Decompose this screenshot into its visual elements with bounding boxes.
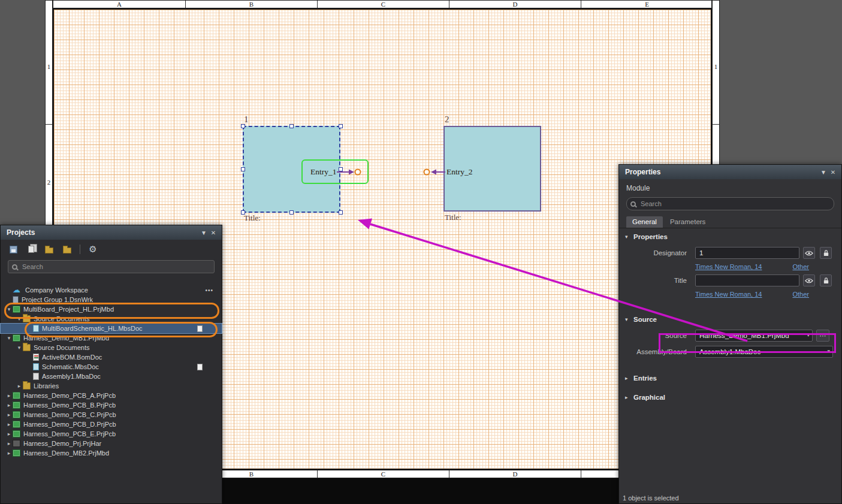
projects-panel-title: Projects <box>7 228 35 237</box>
assembly-board-dropdown[interactable]: Assembly1.MbaDoc ▾ <box>695 346 833 358</box>
save-button[interactable] <box>8 244 19 255</box>
expand-closed-icon[interactable]: ▸ <box>5 440 13 446</box>
ruler-label: E <box>581 1 712 8</box>
tree-item[interactable]: ▸Harness_Demo_PCB_A.PrjPcb <box>1 391 222 400</box>
expand-closed-icon[interactable]: ▸ <box>5 431 13 437</box>
designator-other-link[interactable]: Other <box>792 263 809 270</box>
close-icon[interactable]: ✕ <box>209 230 218 236</box>
expand-closed-icon[interactable]: ▸ <box>5 412 13 418</box>
tree-item-label: Harness_Demo_PCB_C.PrjPcb <box>23 411 116 418</box>
selection-handle[interactable] <box>289 124 294 128</box>
search-icon <box>630 201 636 207</box>
tree-item[interactable]: ▸Harness_Demo_MB2.PrjMbd <box>1 448 222 458</box>
expand-open-icon[interactable]: ▾ <box>5 335 13 341</box>
projects-search-input[interactable] <box>21 262 210 271</box>
lock-button[interactable] <box>820 247 832 259</box>
projects-panel: Projects ▼ ✕ ⚙ ☁Company Workspace•••Proj… <box>0 225 222 504</box>
tree-item-label: Harness_Demo_PCB_E.PrjPcb <box>23 430 116 437</box>
panel-menu-icon[interactable]: ▼ <box>199 230 209 236</box>
tab-general[interactable]: General <box>626 216 663 228</box>
lock-button[interactable] <box>820 274 832 286</box>
tree-item-label: MultiBoard_Project_HL.PrjMbd <box>23 306 114 313</box>
tree-item[interactable]: ActiveBOM.BomDoc <box>1 352 222 362</box>
source-dropdown[interactable]: Harness_Demo_MB1.PrjMbd ▾ <box>695 330 813 342</box>
chevron-down-icon: ▾ <box>807 332 810 338</box>
properties-search[interactable] <box>626 197 834 210</box>
designator-font-link[interactable]: Times New Roman, 14 <box>695 263 762 270</box>
title-field[interactable] <box>695 274 799 286</box>
tree-item[interactable]: ▾MultiBoard_Project_HL.PrjMbd <box>1 304 222 314</box>
expand-open-icon[interactable]: ▾ <box>16 316 23 322</box>
ruler-label: C <box>317 1 449 8</box>
lock-icon <box>823 249 829 257</box>
more-button[interactable]: ••• <box>205 287 213 294</box>
source-label: Source <box>619 332 687 339</box>
tree-item-label: ActiveBOM.BomDoc <box>42 354 102 361</box>
project-mbd-icon <box>13 306 20 313</box>
selection-handle[interactable] <box>241 210 245 215</box>
expand-closed-icon[interactable]: ▸ <box>5 450 13 456</box>
expand-closed-icon[interactable]: ▸ <box>5 421 13 427</box>
selection-handle[interactable] <box>339 210 343 215</box>
visibility-button[interactable] <box>803 247 815 259</box>
close-icon[interactable]: ✕ <box>828 169 838 176</box>
properties-panel-header[interactable]: Properties ▼ ✕ <box>619 165 841 179</box>
panel-menu-icon[interactable]: ▼ <box>819 169 828 176</box>
designator-field[interactable] <box>695 247 799 259</box>
section-source[interactable]: ▾ Source <box>619 311 841 325</box>
projects-search[interactable] <box>8 260 215 273</box>
cloud-icon: ☁ <box>13 286 22 294</box>
tree-item[interactable]: ▸Harness_Demo_PCB_B.PrjPcb <box>1 400 222 410</box>
add-project-button[interactable] <box>62 244 73 255</box>
tree-item[interactable]: ▾Harness_Demo_MB1.PrjMbd <box>1 333 222 343</box>
open-folder-icon <box>45 248 53 253</box>
title-other-link[interactable]: Other <box>792 291 809 298</box>
tree-item[interactable]: ▾Source Documents <box>1 343 222 352</box>
section-properties[interactable]: ▾ Properties <box>619 228 841 243</box>
properties-search-input[interactable] <box>639 200 830 208</box>
tree-item[interactable]: ▸Harness_Demo_PCB_E.PrjPcb <box>1 429 222 439</box>
tree-item[interactable]: ▾Source Documents <box>1 314 222 324</box>
source-more-button[interactable]: ⋯ <box>816 330 829 342</box>
tab-parameters[interactable]: Parameters <box>664 216 711 228</box>
tree-item[interactable]: ▸Libraries <box>1 381 222 391</box>
tree-item[interactable]: ▸Harness_Demo_PCB_C.PrjPcb <box>1 410 222 420</box>
tree-item[interactable]: ▸Harness_Demo_PCB_D.PrjPcb <box>1 420 222 429</box>
selection-handle[interactable] <box>241 124 245 128</box>
designator-label: Designator <box>619 249 687 256</box>
expand-closed-icon[interactable]: ▸ <box>16 383 23 389</box>
tree-item-label: Harness_Demo_MB2.PrjMbd <box>23 449 109 457</box>
selection-handle[interactable] <box>289 210 294 215</box>
expand-closed-icon[interactable]: ▸ <box>5 393 13 399</box>
title-font-link[interactable]: Times New Roman, 14 <box>695 291 762 298</box>
ruler-label: 1 <box>713 9 719 124</box>
projects-panel-header[interactable]: Projects ▼ ✕ <box>1 225 222 240</box>
tree-item-label: Harness_Demo_PCB_D.PrjPcb <box>23 421 116 428</box>
tree-item-label: Harness_Demo_Prj.PrjHar <box>23 440 101 447</box>
settings-button[interactable]: ⚙ <box>87 244 98 255</box>
ruler-label: 1 <box>46 9 52 124</box>
tree-item[interactable]: ☁Company Workspace••• <box>1 285 222 295</box>
module-1-entry[interactable]: Entry_1 <box>310 167 337 177</box>
tree-item[interactable]: Schematic.MbsDoc <box>1 362 222 372</box>
selection-handle[interactable] <box>241 167 245 171</box>
expand-closed-icon[interactable]: ▸ <box>5 402 13 408</box>
chevron-down-icon: ▾ <box>625 234 630 240</box>
chevron-right-icon: ▸ <box>625 394 630 400</box>
open-document-icon <box>197 364 203 370</box>
open-project-button[interactable] <box>44 244 55 255</box>
selection-handle[interactable] <box>339 124 343 128</box>
tree-item[interactable]: Project Group 1.DsnWrk <box>1 295 222 304</box>
section-graphical[interactable]: ▸ Graphical <box>619 389 841 403</box>
module-2-entry[interactable]: Entry_2 <box>446 167 473 177</box>
expand-open-icon[interactable]: ▾ <box>5 306 13 312</box>
selection-handle[interactable] <box>339 167 343 171</box>
expand-open-icon[interactable]: ▾ <box>16 345 23 351</box>
visibility-button[interactable] <box>803 274 815 286</box>
section-entries[interactable]: ▸ Entries <box>619 370 841 384</box>
object-type-label: Module <box>619 179 841 192</box>
tree-item[interactable]: MultiBoardSchematic_HL.MbsDoc <box>1 324 222 333</box>
copy-button[interactable] <box>26 244 37 255</box>
tree-item[interactable]: Assembly1.MbaDoc <box>1 372 222 381</box>
tree-item[interactable]: ▸Harness_Demo_Prj.PrjHar <box>1 439 222 448</box>
